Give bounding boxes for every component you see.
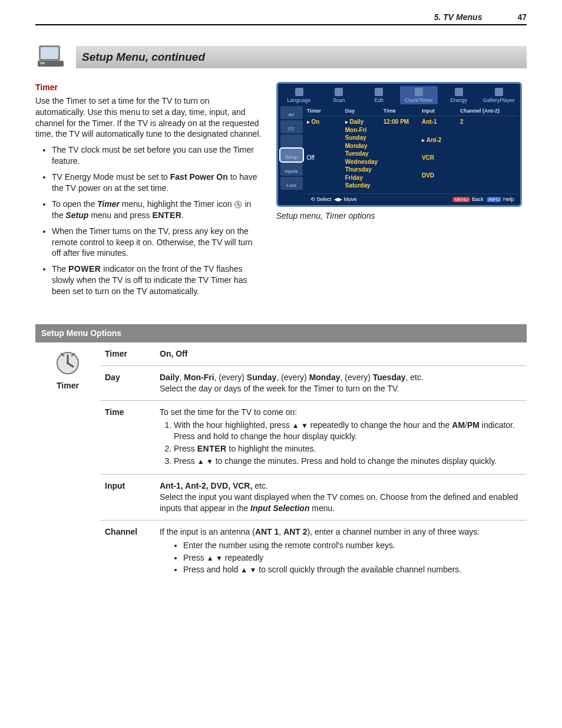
table-row-channel: Channel If the input is an antenna (ANT … bbox=[100, 520, 527, 583]
timer-intro: Use the Timer to set a time for the TV t… bbox=[35, 95, 262, 140]
osd-caption: Setup menu, Timer options bbox=[276, 210, 522, 222]
table-row-input: Input Ant-1, Ant-2, DVD, VCR, etc. Selec… bbox=[100, 474, 527, 520]
timer-heading: Timer bbox=[35, 82, 262, 93]
page-header: 5. TV Menus 47 bbox=[35, 12, 527, 25]
chapter-title: 5. TV Menus bbox=[434, 12, 482, 23]
clock-icon bbox=[54, 350, 81, 377]
page-number: 47 bbox=[517, 12, 527, 23]
table-row-day: Day Daily, Mon-Fri, (every) Sunday, (eve… bbox=[100, 365, 527, 400]
bullet-energy-mode: TV Energy Mode must be set to Fast Power… bbox=[52, 172, 262, 194]
svg-rect-1 bbox=[41, 47, 58, 59]
table-title: Setup Menu Options bbox=[35, 324, 527, 342]
table-row-time: Time To set the time for the TV to come … bbox=[100, 400, 527, 474]
bullet-clock-required: The TV clock must be set before you can … bbox=[52, 144, 262, 167]
setup-options-table: Setup Menu Options Timer Timer On, Off D… bbox=[35, 324, 527, 582]
timer-description: Timer Use the Timer to set a time for th… bbox=[35, 82, 262, 302]
bullet-open-timer: To open the Timer menu, highlight the Ti… bbox=[52, 199, 262, 221]
osd-screenshot: Language Scan Edit Clock/Timer Energy Ga… bbox=[276, 82, 522, 207]
section-title: Setup Menu, continued bbox=[76, 46, 527, 68]
table-side-label: Timer bbox=[35, 342, 100, 582]
clock-icon bbox=[234, 200, 242, 209]
tv-icon bbox=[35, 43, 67, 71]
bullet-power-indicator: The POWER indicator on the front of the … bbox=[52, 263, 262, 297]
osd-top-icons: Language Scan Edit Clock/Timer Energy Ga… bbox=[280, 86, 518, 104]
osd-left-icons: AV CC Setup Inputs Lock bbox=[280, 106, 307, 204]
section-banner: Setup Menu, continued bbox=[35, 43, 527, 71]
table-row-timer: Timer On, Off bbox=[100, 342, 527, 365]
bullet-keep-on: When the Timer turns on the TV, press an… bbox=[52, 226, 262, 259]
svg-rect-3 bbox=[40, 62, 45, 64]
